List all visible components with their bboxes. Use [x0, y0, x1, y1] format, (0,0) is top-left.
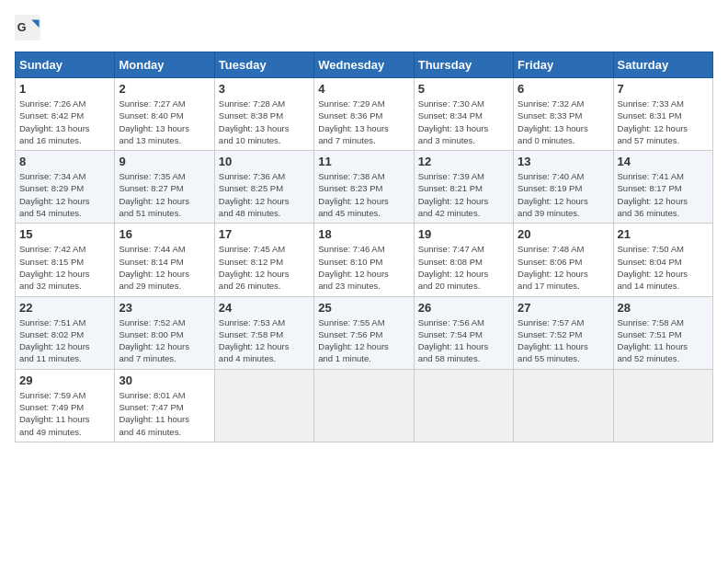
- table-row: 21Sunrise: 7:50 AMSunset: 8:04 PMDayligh…: [613, 224, 712, 296]
- day-header-friday: Friday: [514, 52, 613, 78]
- day-header-monday: Monday: [115, 52, 214, 78]
- day-info: Sunrise: 7:53 AMSunset: 7:58 PMDaylight:…: [219, 317, 290, 364]
- day-info: Sunrise: 7:55 AMSunset: 7:56 PMDaylight:…: [318, 317, 389, 364]
- day-headers-row: SundayMondayTuesdayWednesdayThursdayFrid…: [16, 52, 713, 78]
- day-info: Sunrise: 7:44 AMSunset: 8:14 PMDaylight:…: [119, 244, 189, 291]
- table-row: 8Sunrise: 7:34 AMSunset: 8:29 PMDaylight…: [16, 151, 115, 224]
- table-row: 1Sunrise: 7:26 AMSunset: 8:42 PMDaylight…: [16, 78, 115, 151]
- day-number: 25: [318, 301, 409, 315]
- day-info: Sunrise: 7:41 AMSunset: 8:17 PMDaylight:…: [618, 171, 688, 218]
- table-row: [214, 369, 313, 442]
- table-row: 26Sunrise: 7:56 AMSunset: 7:54 PMDayligh…: [414, 296, 513, 369]
- day-number: 28: [618, 301, 709, 315]
- day-info: Sunrise: 7:56 AMSunset: 7:54 PMDaylight:…: [418, 317, 489, 364]
- day-info: Sunrise: 7:51 AMSunset: 8:02 PMDaylight:…: [19, 317, 90, 364]
- day-info: Sunrise: 7:33 AMSunset: 8:31 PMDaylight:…: [618, 98, 688, 145]
- table-row: 28Sunrise: 7:58 AMSunset: 7:51 PMDayligh…: [613, 296, 712, 369]
- table-row: 10Sunrise: 7:36 AMSunset: 8:25 PMDayligh…: [214, 151, 313, 224]
- calendar-table: SundayMondayTuesdayWednesdayThursdayFrid…: [15, 52, 713, 442]
- svg-text:G: G: [17, 21, 27, 34]
- calendar-week-4: 22Sunrise: 7:51 AMSunset: 8:02 PMDayligh…: [16, 296, 713, 369]
- table-row: 9Sunrise: 7:35 AMSunset: 8:27 PMDaylight…: [115, 151, 214, 224]
- day-info: Sunrise: 7:57 AMSunset: 7:52 PMDaylight:…: [518, 317, 588, 364]
- table-row: 24Sunrise: 7:53 AMSunset: 7:58 PMDayligh…: [214, 296, 313, 369]
- logo-icon: G: [15, 15, 40, 40]
- day-info: Sunrise: 7:46 AMSunset: 8:10 PMDaylight:…: [318, 244, 389, 291]
- day-number: 20: [518, 227, 609, 241]
- day-info: Sunrise: 7:40 AMSunset: 8:19 PMDaylight:…: [518, 171, 588, 218]
- day-number: 2: [119, 82, 210, 96]
- day-info: Sunrise: 7:38 AMSunset: 8:23 PMDaylight:…: [318, 171, 389, 218]
- logo: G: [15, 15, 44, 40]
- table-row: 29Sunrise: 7:59 AMSunset: 7:49 PMDayligh…: [16, 369, 115, 442]
- day-number: 29: [19, 373, 110, 387]
- day-header-thursday: Thursday: [414, 52, 513, 78]
- table-row: 27Sunrise: 7:57 AMSunset: 7:52 PMDayligh…: [514, 296, 613, 369]
- day-info: Sunrise: 7:28 AMSunset: 8:38 PMDaylight:…: [219, 98, 290, 145]
- day-info: Sunrise: 7:42 AMSunset: 8:15 PMDaylight:…: [19, 244, 90, 291]
- day-number: 7: [618, 82, 709, 96]
- day-info: Sunrise: 7:50 AMSunset: 8:04 PMDaylight:…: [618, 244, 688, 291]
- calendar-week-5: 29Sunrise: 7:59 AMSunset: 7:49 PMDayligh…: [16, 369, 713, 442]
- table-row: 11Sunrise: 7:38 AMSunset: 8:23 PMDayligh…: [314, 151, 414, 224]
- table-row: 14Sunrise: 7:41 AMSunset: 8:17 PMDayligh…: [613, 151, 712, 224]
- day-info: Sunrise: 7:27 AMSunset: 8:40 PMDaylight:…: [119, 98, 189, 145]
- day-info: Sunrise: 7:58 AMSunset: 7:51 PMDaylight:…: [618, 317, 688, 364]
- day-number: 24: [219, 301, 310, 315]
- day-number: 21: [618, 227, 709, 241]
- day-number: 6: [518, 82, 609, 96]
- day-number: 18: [318, 227, 409, 241]
- table-row: [314, 369, 414, 442]
- day-header-saturday: Saturday: [613, 52, 712, 78]
- table-row: 25Sunrise: 7:55 AMSunset: 7:56 PMDayligh…: [314, 296, 414, 369]
- day-info: Sunrise: 7:59 AMSunset: 7:49 PMDaylight:…: [19, 390, 90, 437]
- day-number: 17: [219, 227, 310, 241]
- table-row: 5Sunrise: 7:30 AMSunset: 8:34 PMDaylight…: [414, 78, 513, 151]
- day-number: 22: [19, 301, 110, 315]
- table-row: [613, 369, 712, 442]
- day-number: 15: [19, 227, 110, 241]
- day-number: 4: [318, 82, 409, 96]
- day-number: 12: [418, 155, 509, 168]
- day-info: Sunrise: 7:52 AMSunset: 8:00 PMDaylight:…: [119, 317, 189, 364]
- table-row: 3Sunrise: 7:28 AMSunset: 8:38 PMDaylight…: [214, 78, 313, 151]
- day-info: Sunrise: 7:47 AMSunset: 8:08 PMDaylight:…: [418, 244, 489, 291]
- day-number: 13: [518, 155, 609, 168]
- day-number: 27: [518, 301, 609, 315]
- table-row: 17Sunrise: 7:45 AMSunset: 8:12 PMDayligh…: [214, 224, 313, 296]
- day-header-tuesday: Tuesday: [214, 52, 313, 78]
- page-header: G: [15, 15, 713, 40]
- table-row: 22Sunrise: 7:51 AMSunset: 8:02 PMDayligh…: [16, 296, 115, 369]
- day-number: 30: [119, 373, 210, 387]
- table-row: [414, 369, 513, 442]
- day-number: 3: [219, 82, 310, 96]
- day-number: 14: [618, 155, 709, 168]
- calendar-week-3: 15Sunrise: 7:42 AMSunset: 8:15 PMDayligh…: [16, 224, 713, 296]
- table-row: [514, 369, 613, 442]
- day-number: 11: [318, 155, 409, 168]
- table-row: 12Sunrise: 7:39 AMSunset: 8:21 PMDayligh…: [414, 151, 513, 224]
- day-number: 1: [19, 82, 110, 96]
- table-row: 18Sunrise: 7:46 AMSunset: 8:10 PMDayligh…: [314, 224, 414, 296]
- day-number: 9: [119, 155, 210, 168]
- day-info: Sunrise: 7:45 AMSunset: 8:12 PMDaylight:…: [219, 244, 290, 291]
- day-number: 5: [418, 82, 509, 96]
- day-number: 19: [418, 227, 509, 241]
- table-row: 6Sunrise: 7:32 AMSunset: 8:33 PMDaylight…: [514, 78, 613, 151]
- day-info: Sunrise: 8:01 AMSunset: 7:47 PMDaylight:…: [119, 390, 189, 437]
- day-header-wednesday: Wednesday: [314, 52, 414, 78]
- day-number: 23: [119, 301, 210, 315]
- day-info: Sunrise: 7:34 AMSunset: 8:29 PMDaylight:…: [19, 171, 90, 218]
- table-row: 13Sunrise: 7:40 AMSunset: 8:19 PMDayligh…: [514, 151, 613, 224]
- table-row: 7Sunrise: 7:33 AMSunset: 8:31 PMDaylight…: [613, 78, 712, 151]
- calendar-week-2: 8Sunrise: 7:34 AMSunset: 8:29 PMDaylight…: [16, 151, 713, 224]
- day-number: 26: [418, 301, 509, 315]
- table-row: 30Sunrise: 8:01 AMSunset: 7:47 PMDayligh…: [115, 369, 214, 442]
- day-info: Sunrise: 7:29 AMSunset: 8:36 PMDaylight:…: [318, 98, 389, 145]
- table-row: 2Sunrise: 7:27 AMSunset: 8:40 PMDaylight…: [115, 78, 214, 151]
- table-row: 16Sunrise: 7:44 AMSunset: 8:14 PMDayligh…: [115, 224, 214, 296]
- table-row: 4Sunrise: 7:29 AMSunset: 8:36 PMDaylight…: [314, 78, 414, 151]
- day-info: Sunrise: 7:26 AMSunset: 8:42 PMDaylight:…: [19, 98, 90, 145]
- day-info: Sunrise: 7:30 AMSunset: 8:34 PMDaylight:…: [418, 98, 489, 145]
- day-info: Sunrise: 7:48 AMSunset: 8:06 PMDaylight:…: [518, 244, 588, 291]
